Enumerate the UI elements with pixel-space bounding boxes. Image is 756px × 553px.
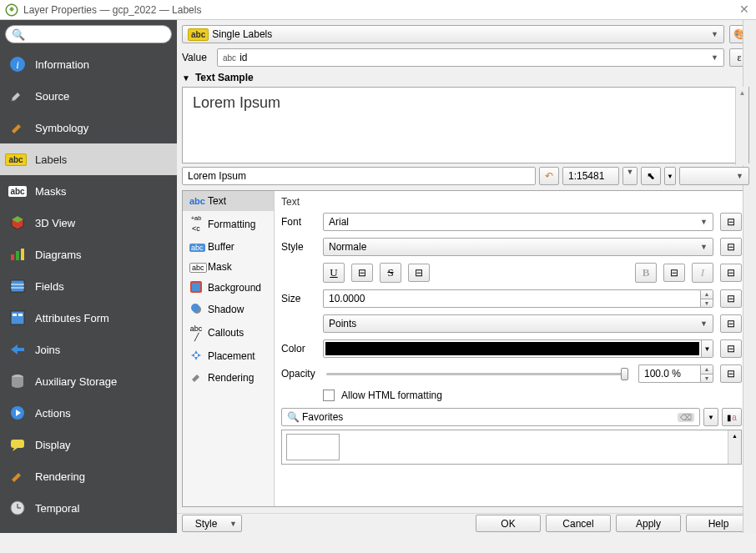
tab-buffer[interactable]: abcBuffer — [183, 237, 274, 257]
label-mode-select[interactable]: abc Single Labels ▼ — [182, 25, 724, 43]
rendering-icon — [189, 371, 203, 385]
map-identify-dropdown[interactable]: ▼ — [664, 167, 676, 185]
map-identify-button[interactable]: ⬉ — [641, 167, 661, 185]
tab-mask[interactable]: abcMask — [183, 257, 274, 277]
tab-shadow[interactable]: Shadow — [183, 299, 274, 320]
label-mode-row: abc Single Labels ▼ 🎨 — [182, 25, 749, 43]
epsilon-icon: ε — [8, 530, 27, 533]
font-data-defined-button[interactable]: ⊟ — [720, 213, 742, 231]
sidebar-item-temporal[interactable]: Temporal — [0, 492, 177, 524]
size-data-defined-button[interactable]: ⊟ — [720, 289, 742, 308]
preview-text-input[interactable]: Lorem Ipsum — [182, 167, 536, 185]
italic-data-defined-button[interactable]: ⊟ — [720, 264, 742, 282]
favorites-search[interactable]: 🔍 Favorites ⌫ — [281, 408, 700, 426]
chart-icon — [8, 245, 27, 264]
sidebar-item-symbology[interactable]: Symbology — [0, 112, 177, 143]
background-color-select[interactable]: ▼ — [679, 167, 749, 185]
chevron-down-icon: ▼ — [711, 30, 718, 38]
color-data-defined-button[interactable]: ⊟ — [720, 339, 742, 358]
color-label: Color — [281, 343, 316, 354]
underline-button[interactable]: U — [323, 263, 345, 283]
spin-down[interactable]: ▼ — [701, 299, 713, 308]
disclosure-triangle-icon: ▼ — [182, 73, 190, 83]
favorites-dropdown-button[interactable]: ▼ — [703, 408, 718, 426]
ok-label: OK — [501, 518, 515, 530]
sidebar-item-joins[interactable]: Joins — [0, 334, 177, 365]
opacity-slider[interactable] — [326, 373, 628, 375]
cancel-label: Cancel — [562, 518, 593, 530]
favorites-scrollbar[interactable]: ▲ — [728, 430, 741, 464]
style-manager-button[interactable]: ▮a — [722, 408, 742, 426]
sidebar-item-fields[interactable]: Fields — [0, 270, 177, 302]
sidebar-item-source[interactable]: Source — [0, 80, 177, 112]
sidebar-item-masks[interactable]: abcMasks — [0, 175, 177, 207]
placement-icon — [189, 349, 203, 363]
underline-data-defined-button[interactable]: ⊟ — [351, 264, 373, 282]
style-data-defined-button[interactable]: ⊟ — [720, 238, 742, 256]
shadow-icon — [189, 303, 203, 316]
spin-up[interactable]: ▲ — [701, 365, 713, 375]
ok-button[interactable]: OK — [476, 515, 541, 532]
clear-icon[interactable]: ⌫ — [678, 413, 694, 422]
sidebar-item-label: Information — [35, 58, 89, 71]
sidebar-item-actions[interactable]: Actions — [0, 397, 177, 429]
font-select[interactable]: Arial▼ — [323, 213, 713, 231]
chevron-down-icon: ▼ — [736, 172, 743, 180]
italic-button[interactable]: I — [692, 263, 713, 283]
svg-rect-11 — [18, 314, 23, 316]
close-icon[interactable]: ✕ — [739, 3, 749, 16]
text-sample-header[interactable]: ▼ Text Sample — [182, 72, 749, 83]
cancel-button[interactable]: Cancel — [546, 515, 611, 532]
labels-icon: abc — [8, 150, 27, 168]
opacity-data-defined-button[interactable]: ⊟ — [720, 364, 742, 383]
tab-background[interactable]: Background — [183, 277, 274, 299]
size-spinner[interactable]: 10.0000 ▲▼ — [323, 289, 713, 308]
sidebar-item-display[interactable]: Display — [0, 429, 177, 460]
opacity-spinner[interactable]: 100.0 % ▲▼ — [638, 364, 713, 383]
sidebar-search-input[interactable] — [5, 25, 172, 43]
info-icon: i — [8, 55, 27, 73]
value-field-select[interactable]: abc id ▼ — [217, 48, 724, 67]
tab-formatting[interactable]: +ab<cFormatting — [183, 211, 274, 237]
bold-button[interactable]: B — [635, 263, 657, 283]
favorites-list[interactable]: ▲ — [281, 430, 742, 465]
tab-placement[interactable]: Placement — [183, 345, 274, 367]
data-defined-icon: ⊟ — [727, 267, 735, 279]
spin-up[interactable]: ▲ — [701, 290, 713, 299]
tab-callouts[interactable]: abc╱Callouts — [183, 320, 274, 345]
help-label: Help — [708, 518, 729, 530]
scale-dropdown-button[interactable]: ▼ — [622, 167, 638, 185]
strikeout-data-defined-button[interactable]: ⊟ — [408, 264, 430, 282]
value-row: Value abc id ▼ ε — [182, 48, 749, 67]
spin-down[interactable]: ▼ — [701, 375, 713, 383]
allow-html-checkbox[interactable] — [323, 390, 335, 401]
sidebar-item-labels[interactable]: abcLabels — [0, 143, 177, 175]
tab-text[interactable]: abcText — [183, 191, 274, 211]
reset-preview-button[interactable]: ↶ — [539, 167, 559, 185]
sidebar-item-3dview[interactable]: 3D View — [0, 207, 177, 239]
style-label: Style — [281, 241, 316, 253]
scale-input[interactable]: 1:15481 — [562, 167, 619, 185]
help-button[interactable]: Help — [686, 515, 751, 532]
sidebar-item-variables[interactable]: εVariables — [0, 524, 177, 533]
style-menu-button[interactable]: Style▼ — [182, 515, 242, 532]
sidebar-item-diagrams[interactable]: Diagrams — [0, 239, 177, 270]
size-unit-select[interactable]: Points▼ — [323, 314, 713, 333]
sidebar-item-information[interactable]: iInformation — [0, 48, 177, 80]
bold-data-defined-button[interactable]: ⊟ — [663, 264, 685, 282]
sidebar-item-label: Auxiliary Storage — [35, 375, 117, 388]
favorite-item[interactable] — [286, 434, 340, 460]
unit-data-defined-button[interactable]: ⊟ — [720, 314, 742, 333]
sidebar-item-attributes-form[interactable]: Attributes Form — [0, 302, 177, 334]
strikeout-button[interactable]: S — [380, 263, 401, 283]
fields-icon — [8, 277, 27, 295]
sidebar-item-auxiliary-storage[interactable]: Auxiliary Storage — [0, 365, 177, 397]
sidebar-item-rendering[interactable]: Rendering — [0, 460, 177, 492]
preview-scrollbar[interactable]: ▲ — [735, 87, 748, 165]
tab-rendering[interactable]: Rendering — [183, 367, 274, 389]
svg-rect-3 — [11, 254, 14, 260]
apply-button[interactable]: Apply — [616, 515, 681, 532]
style-select[interactable]: Normale▼ — [323, 238, 713, 256]
color-button[interactable]: ▼ — [323, 339, 713, 358]
data-defined-icon: ⊟ — [727, 241, 735, 253]
